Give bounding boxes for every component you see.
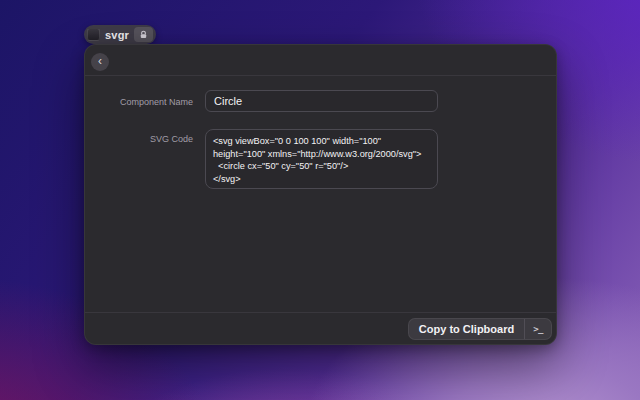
component-name-input[interactable]: [205, 90, 438, 112]
copy-to-clipboard-button[interactable]: Copy to Clipboard >_: [408, 318, 552, 340]
component-name-label: Component Name: [101, 97, 193, 107]
command-tag-label: svgr: [105, 29, 129, 41]
chevron-left-icon: ‹: [98, 53, 102, 69]
command-tag[interactable]: svgr: [84, 25, 156, 44]
enter-shortcut-icon: >_: [525, 324, 551, 334]
desktop-background: svgr ‹ Component Name SVG Code <svg view…: [0, 0, 640, 400]
svg-code-label: SVG Code: [101, 134, 193, 144]
lock-icon: [134, 27, 153, 42]
action-bar: Copy to Clipboard >_: [85, 312, 556, 344]
svg-code-textarea[interactable]: <svg viewBox="0 0 100 100" width="100" h…: [205, 129, 438, 189]
svgr-app-icon: [87, 28, 100, 41]
copy-to-clipboard-label: Copy to Clipboard: [409, 323, 524, 335]
svgr-form-window: ‹ Component Name SVG Code <svg viewBox="…: [84, 44, 557, 345]
window-header: ‹: [85, 45, 556, 76]
back-button[interactable]: ‹: [91, 53, 109, 71]
